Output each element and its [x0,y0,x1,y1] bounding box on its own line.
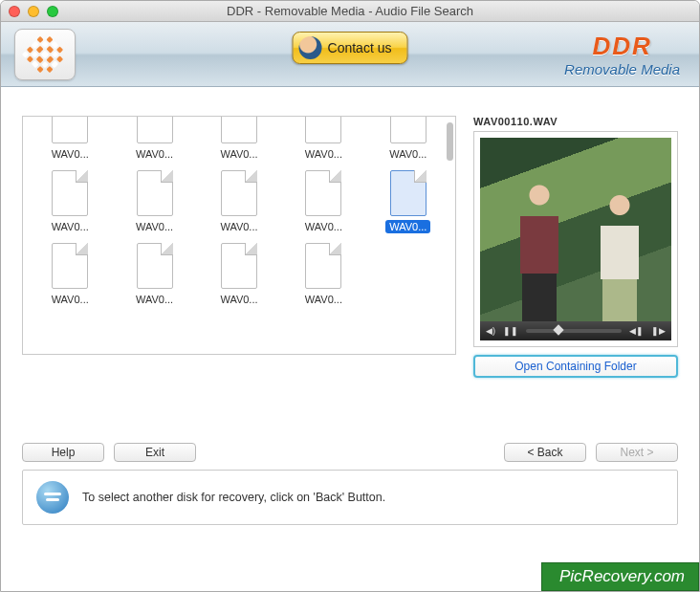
pause-icon[interactable]: ❚❚ [503,326,518,336]
file-item[interactable]: WAV0... [119,121,189,161]
file-item[interactable]: WAV0... [34,166,105,233]
document-icon [383,116,434,145]
file-item[interactable]: WAV0... [34,239,105,306]
document-icon [297,116,349,145]
app-logo [14,29,76,80]
contact-us-button[interactable]: Contact us [293,32,408,64]
next-button[interactable]: Next > [596,443,678,462]
titlebar: DDR - Removable Media - Audio File Searc… [1,1,699,22]
preview-filename: WAV00110.WAV [473,116,678,132]
back-button[interactable]: < Back [504,443,586,462]
file-label: WAV0... [48,220,93,233]
document-icon [213,239,265,291]
file-item[interactable]: WAV0... [288,121,359,161]
file-label: WAV0... [132,147,177,161]
document-icon [297,166,349,218]
volume-icon[interactable]: ◀) [486,326,495,336]
file-item[interactable]: WAV0... [204,239,274,306]
file-item[interactable]: WAV0... [119,239,189,306]
info-message: To select another disk for recovery, cli… [82,491,385,504]
document-icon [129,166,181,218]
file-item[interactable]: WAV0... [34,121,105,161]
help-button[interactable]: Help [22,443,104,462]
file-item[interactable]: WAV0... [288,166,359,233]
file-label: WAV0... [132,293,177,306]
preview-box: ◀) ❚❚ ◀❚ ❚▶ [473,131,678,347]
document-icon [129,239,181,291]
document-icon [44,239,96,291]
file-label: WAV0... [48,147,93,161]
document-icon [213,166,265,218]
contact-us-label: Contact us [328,40,392,55]
seek-slider[interactable] [526,329,622,333]
preview-person-icon [593,189,646,321]
next-icon[interactable]: ❚▶ [651,326,666,336]
file-item[interactable]: WAV0... [373,121,444,161]
header-banner: Contact us DDR Removable Media [1,22,699,87]
exit-button[interactable]: Exit [114,443,196,462]
watermark-label: PicRecovery.com [541,562,699,591]
file-label: WAV0... [216,293,261,306]
document-icon [383,166,434,218]
scrollbar-thumb[interactable] [447,122,453,161]
file-label: WAV0... [301,293,346,306]
person-icon [299,36,322,59]
file-label: WAV0... [132,220,177,233]
document-icon [297,239,349,291]
window-title: DDR - Removable Media - Audio File Searc… [1,4,699,18]
document-icon [44,116,96,145]
file-label: WAV0... [385,220,430,233]
file-item[interactable]: WAV0... [204,166,274,233]
file-item[interactable]: WAV0... [119,166,189,233]
document-icon [129,116,181,145]
file-label: WAV0... [301,147,346,161]
logo-pattern-icon [22,31,68,77]
brand-subtitle: Removable Media [564,61,680,77]
file-label: WAV0... [216,220,261,233]
brand-title: DDR [564,32,680,61]
file-item-selected[interactable]: WAV0... [373,166,444,233]
info-panel: To select another disk for recovery, cli… [22,470,678,525]
file-item[interactable]: WAV0... [204,121,274,161]
file-label: WAV0... [385,147,430,161]
media-controls: ◀) ❚❚ ◀❚ ❚▶ [480,321,671,340]
preview-thumbnail [480,138,671,321]
file-label: WAV0... [301,220,346,233]
preview-person-icon [513,178,566,321]
file-label: WAV0... [216,147,261,161]
open-containing-folder-button[interactable]: Open Containing Folder [473,355,678,378]
prev-icon[interactable]: ◀❚ [629,326,644,336]
file-label: WAV0... [48,293,93,306]
document-icon [213,116,265,145]
file-item[interactable]: WAV0... [288,239,359,306]
chat-bubble-icon [36,481,69,514]
document-icon [44,166,96,218]
file-results-pane: WAV0... WAV0... WAV0... WAV0... WAV0... … [22,116,456,355]
